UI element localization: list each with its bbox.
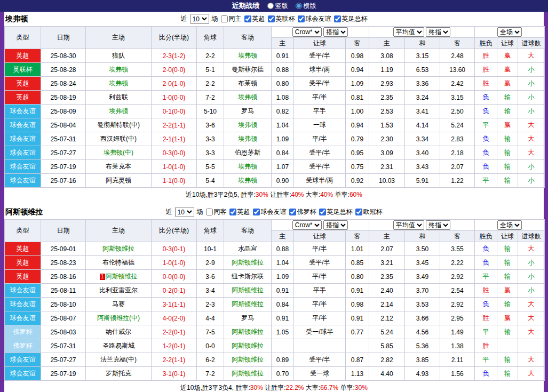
- match-score[interactable]: 1-0(1-0): [152, 160, 197, 174]
- horizontal-radio[interactable]: [296, 3, 302, 9]
- team-name[interactable]: 埃弗顿: [109, 107, 128, 115]
- team-name[interactable]: 狼队: [112, 52, 125, 59]
- team-name[interactable]: 纽卡斯尔联: [232, 273, 264, 280]
- home-team-cell[interactable]: 埃弗顿: [86, 77, 152, 91]
- match-score[interactable]: 1-2(0-1): [152, 339, 197, 353]
- home-team-cell[interactable]: 阿斯顿维拉: [86, 242, 152, 256]
- checkbox[interactable]: [289, 209, 296, 215]
- home-team-cell[interactable]: 纳什威尔: [86, 325, 152, 339]
- match-count-select[interactable]: 10: [175, 207, 194, 217]
- team-name[interactable]: 埃弗顿: [238, 121, 257, 129]
- team-name[interactable]: 曼彻斯特联(中): [97, 121, 140, 129]
- team-name[interactable]: 阿斯顿维拉: [106, 273, 138, 280]
- away-team-cell[interactable]: 阿斯顿维拉: [224, 339, 272, 353]
- away-team-cell[interactable]: 埃弗顿: [224, 174, 272, 188]
- team-name[interactable]: 埃弗顿: [238, 163, 257, 170]
- team-name[interactable]: 埃弗顿: [238, 52, 257, 59]
- match-score[interactable]: 2-0(0-0): [152, 63, 197, 77]
- team-name[interactable]: 埃弗顿: [238, 93, 257, 101]
- filter-checkbox-同主[interactable]: 同主: [221, 14, 242, 23]
- layout-radio-vertical[interactable]: 竖版: [267, 2, 288, 11]
- match-score[interactable]: 2-1(1-1): [152, 132, 197, 146]
- home-team-cell[interactable]: 阿克灵顿: [86, 174, 152, 188]
- team-name[interactable]: 阿斯顿维拉: [102, 245, 134, 252]
- away-team-cell[interactable]: 曼斯菲尔德: [224, 63, 272, 77]
- team-name[interactable]: 纳什威尔: [106, 328, 131, 335]
- home-team-cell[interactable]: 埃弗顿: [86, 63, 152, 77]
- filter-checkbox-英足总杯[interactable]: 英足总杯: [319, 207, 353, 217]
- filter-checkbox-英超[interactable]: 英超: [244, 14, 265, 23]
- away-team-cell[interactable]: 阿斯顿维拉: [224, 325, 272, 339]
- home-team-cell[interactable]: 布伦特福德: [86, 256, 152, 270]
- home-team-cell[interactable]: 法兰克福(中): [86, 353, 152, 367]
- team-name[interactable]: 阿克灵顿: [106, 177, 131, 184]
- team-name[interactable]: 布伦特福德: [102, 259, 134, 266]
- bookmaker-select[interactable]: Crow*: [292, 220, 322, 230]
- scope-select[interactable]: 全场: [497, 220, 522, 230]
- team-name[interactable]: 伯恩茅斯: [235, 149, 260, 156]
- match-score[interactable]: 3-1(1-1): [152, 298, 197, 311]
- final-odds-select[interactable]: 终指: [426, 27, 450, 37]
- team-name[interactable]: 法兰克福(中): [100, 356, 137, 363]
- team-name[interactable]: 阿斯顿维拉: [232, 328, 264, 335]
- home-team-cell[interactable]: 西汉姆联(中): [86, 132, 152, 146]
- team-name[interactable]: 阿斯顿维拉: [232, 259, 264, 266]
- team-name[interactable]: 埃弗顿(中): [104, 149, 133, 156]
- team-name[interactable]: 利兹联: [109, 93, 128, 101]
- checkbox[interactable]: [229, 209, 236, 215]
- vertical-radio[interactable]: [267, 3, 274, 9]
- final-odds-select[interactable]: 终指: [426, 220, 450, 230]
- match-score[interactable]: 0-0(0-0): [152, 270, 197, 284]
- away-team-cell[interactable]: 埃弗顿: [224, 118, 272, 132]
- home-team-cell[interactable]: 罗斯托克: [86, 367, 152, 381]
- away-team-cell[interactable]: 阿斯顿维拉: [224, 298, 272, 311]
- home-team-cell[interactable]: 利兹联: [86, 91, 152, 105]
- match-score[interactable]: 2-2(0-1): [152, 325, 197, 339]
- match-score[interactable]: 1-0(0-0): [152, 91, 197, 105]
- home-team-cell[interactable]: 马赛: [86, 298, 152, 311]
- match-score[interactable]: 4-0(2-0): [152, 311, 197, 325]
- team-name[interactable]: 阿斯顿维拉: [232, 300, 264, 308]
- away-team-cell[interactable]: 埃弗顿: [224, 132, 272, 146]
- home-team-cell[interactable]: 埃弗顿(中): [86, 146, 152, 160]
- away-team-cell[interactable]: 罗马: [224, 105, 272, 118]
- odds-stage-select[interactable]: 搭指: [323, 27, 348, 37]
- filter-checkbox-欧冠杯[interactable]: 欧冠杯: [355, 207, 383, 217]
- team-name[interactable]: 曼斯菲尔德: [232, 66, 264, 73]
- home-team-cell[interactable]: 狼队: [86, 49, 152, 63]
- away-team-cell[interactable]: 埃弗顿: [224, 49, 272, 63]
- checkbox[interactable]: [319, 209, 326, 215]
- filter-checkbox-佛罗杯[interactable]: 佛罗杯: [289, 207, 316, 217]
- filter-checkbox-英超[interactable]: 英超: [229, 207, 250, 217]
- match-score[interactable]: 0-3(0-0): [152, 146, 197, 160]
- odds-stage-select[interactable]: 搭指: [323, 220, 348, 230]
- team-name[interactable]: 罗斯托克: [106, 370, 131, 377]
- team-name[interactable]: 埃弗顿: [238, 177, 257, 184]
- away-team-cell[interactable]: 埃弗顿: [224, 160, 272, 174]
- scope-select[interactable]: 全场: [497, 27, 522, 37]
- home-team-cell[interactable]: 圣路易斯城: [86, 339, 152, 353]
- team-name[interactable]: 水晶宫: [238, 245, 257, 252]
- filter-checkbox-英联杯[interactable]: 英联杯: [268, 14, 295, 23]
- team-name[interactable]: 马赛: [112, 300, 125, 308]
- home-team-cell[interactable]: 阿斯顿维拉(中): [86, 311, 152, 325]
- match-score[interactable]: 2-3(1-2): [152, 49, 197, 63]
- checkbox[interactable]: [334, 15, 341, 22]
- average-select[interactable]: 平均值: [393, 27, 424, 37]
- away-team-cell[interactable]: 阿斯顿维拉: [224, 353, 272, 367]
- match-score[interactable]: 2-2(1-1): [152, 353, 197, 367]
- home-team-cell[interactable]: 比利亚雷亚尔: [86, 284, 152, 298]
- team-name[interactable]: 比利亚雷亚尔: [99, 286, 138, 294]
- home-team-cell[interactable]: 布莱克本: [86, 160, 152, 174]
- checkbox[interactable]: [206, 209, 213, 215]
- team-name[interactable]: 阿斯顿维拉(中): [97, 314, 140, 322]
- checkbox[interactable]: [355, 209, 362, 215]
- away-team-cell[interactable]: 阿斯顿维拉: [224, 256, 272, 270]
- team-name[interactable]: 罗马: [241, 107, 254, 115]
- away-team-cell[interactable]: 阿斯顿维拉: [224, 367, 272, 381]
- team-name[interactable]: 阿斯顿维拉: [232, 370, 264, 377]
- home-team-cell[interactable]: 1阿斯顿维拉: [86, 270, 152, 284]
- match-score[interactable]: 0-3(0-1): [152, 242, 197, 256]
- checkbox[interactable]: [221, 15, 228, 22]
- team-name[interactable]: 埃弗顿: [109, 79, 128, 87]
